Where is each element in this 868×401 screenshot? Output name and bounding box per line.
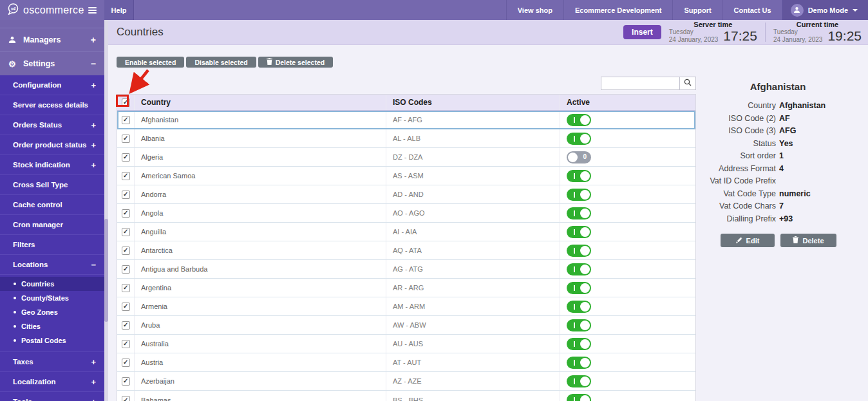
search-icon: [684, 79, 692, 88]
sidebar-item-cross-sell-type[interactable]: Cross Sell Type: [0, 175, 104, 195]
sidebar-item-localization[interactable]: Localization+: [0, 372, 104, 392]
bullet-icon: [14, 325, 16, 328]
sidebar-item-label: Taxes: [13, 358, 33, 366]
active-toggle[interactable]: 0: [567, 151, 591, 163]
active-toggle[interactable]: [567, 338, 591, 350]
row-checkbox[interactable]: [122, 172, 130, 180]
sidebar-item-managers[interactable]: Managers+: [0, 28, 104, 51]
active-toggle[interactable]: [567, 133, 591, 145]
sidebar-item-cache-control[interactable]: Cache control: [0, 195, 104, 215]
sidebar-item-locations[interactable]: Locations−: [0, 255, 104, 275]
table-row-azerbaijan[interactable]: AzerbaijanAZ - AZE: [117, 372, 695, 391]
table-row-australia[interactable]: AustraliaAU - AUS: [117, 335, 695, 353]
sidebar-item-label: Orders Status: [13, 121, 62, 129]
select-all-checkbox[interactable]: [122, 98, 130, 107]
table-row-albania[interactable]: AlbaniaAL - ALB: [117, 129, 695, 148]
row-checkbox[interactable]: [122, 116, 130, 124]
sidebar-item-filters[interactable]: Filters: [0, 235, 104, 255]
sidebar-item-order-product-status[interactable]: Order product status+: [0, 135, 104, 155]
topbar-link-ecommerce-development[interactable]: Ecommerce Development: [563, 0, 673, 20]
delete-button[interactable]: Delete: [780, 234, 836, 247]
active-toggle[interactable]: [567, 357, 591, 369]
delete-selected-button[interactable]: Delete selected: [258, 57, 333, 68]
table-row-andorra[interactable]: AndorraAD - AND: [117, 185, 695, 204]
chevron-down-icon: [853, 9, 858, 12]
toggle-knob: [580, 283, 590, 293]
row-checkbox[interactable]: [122, 247, 130, 255]
topbar-spacer: [134, 0, 506, 20]
iso-codes-cell: AD - AND: [386, 185, 560, 203]
table-row-antigua-and-barbuda[interactable]: Antigua and BarbudaAG - ATG: [117, 260, 695, 279]
sidebar-item-taxes[interactable]: Taxes+: [0, 352, 104, 372]
row-checkbox[interactable]: [122, 284, 130, 292]
table-row-argentina[interactable]: ArgentinaAR - ARG: [117, 279, 695, 297]
sidebar-item-cities[interactable]: Cities: [0, 319, 104, 333]
user-menu[interactable]: Demo Mode: [782, 0, 868, 20]
active-toggle[interactable]: [567, 319, 591, 331]
active-toggle[interactable]: [567, 282, 591, 294]
sidebar-item-geo-zones[interactable]: Geo Zones: [0, 305, 104, 319]
row-checkbox[interactable]: [122, 191, 130, 199]
current-time-label: Current time: [773, 21, 862, 28]
row-checkbox[interactable]: [122, 359, 130, 367]
table-row-american-samoa[interactable]: American SamoaAS - ASM: [117, 167, 695, 185]
topbar-link-contact-us[interactable]: Contact Us: [722, 0, 782, 20]
row-checkbox-cell: [117, 185, 135, 203]
row-checkbox[interactable]: [122, 228, 130, 236]
row-checkbox[interactable]: [122, 209, 130, 218]
sidebar-item-cron-manager[interactable]: Cron manager: [0, 215, 104, 235]
sidebar-item-county-states[interactable]: County/States: [0, 291, 104, 305]
topbar-link-support[interactable]: Support: [672, 0, 722, 20]
table-row-angola[interactable]: AngolaAO - AGO: [117, 204, 695, 223]
active-toggle[interactable]: [567, 301, 591, 313]
active-toggle[interactable]: [567, 375, 591, 387]
active-toggle[interactable]: [567, 207, 591, 219]
enable-selected-button[interactable]: Enable selected: [117, 57, 184, 68]
sidebar-item-stock-indication[interactable]: Stock indication+: [0, 155, 104, 175]
table-row-anguilla[interactable]: AnguillaAI - AIA: [117, 223, 695, 241]
sidebar-item-configuration[interactable]: Configuration+: [0, 75, 104, 95]
active-toggle[interactable]: [567, 245, 591, 257]
sidebar-item-settings[interactable]: ⚙Settings−: [0, 51, 104, 75]
iso-codes-cell: BS - BHS: [386, 391, 560, 401]
row-checkbox[interactable]: [122, 135, 130, 143]
active-toggle[interactable]: [567, 170, 591, 182]
edit-button[interactable]: Edit: [721, 234, 775, 247]
row-checkbox[interactable]: [122, 321, 130, 330]
topbar-link-view-shop[interactable]: View shop: [506, 0, 563, 20]
row-checkbox[interactable]: [122, 265, 130, 274]
country-cell: Aruba: [135, 316, 386, 334]
sidebar-item-postal-codes[interactable]: Postal Codes: [0, 333, 104, 348]
brand[interactable]: v4 oscommerce: [0, 0, 104, 20]
toggle-on-mark: [574, 192, 575, 198]
active-toggle[interactable]: [567, 394, 591, 401]
table-row-bahamas[interactable]: BahamasBS - BHS: [117, 391, 695, 401]
sidebar-item-orders-status[interactable]: Orders Status+: [0, 115, 104, 135]
topbar-link-help[interactable]: Help: [104, 0, 134, 20]
search-button[interactable]: [679, 77, 696, 90]
table-row-antarctica[interactable]: AntarcticaAQ - ATA: [117, 241, 695, 260]
table-row-afghanistan[interactable]: AfghanistanAF - AFG: [117, 111, 695, 129]
menu-toggle-icon[interactable]: [88, 7, 97, 14]
sidebar-item-countries[interactable]: Countries: [0, 277, 104, 291]
active-toggle[interactable]: [567, 226, 591, 238]
table-row-austria[interactable]: AustriaAT - AUT: [117, 353, 695, 372]
search-input[interactable]: [601, 77, 679, 90]
table-row-algeria[interactable]: AlgeriaDZ - DZA0: [117, 148, 695, 167]
sidebar-item-label: Cities: [21, 322, 41, 330]
sidebar-item-server-access-details[interactable]: Server access details: [0, 95, 104, 115]
row-checkbox[interactable]: [122, 396, 130, 401]
active-toggle[interactable]: [567, 263, 591, 275]
row-checkbox[interactable]: [122, 303, 130, 311]
active-toggle[interactable]: [567, 114, 591, 126]
table-row-aruba[interactable]: ArubaAW - ABW: [117, 316, 695, 335]
row-checkbox[interactable]: [122, 377, 130, 386]
disable-selected-button[interactable]: Disable selected: [186, 57, 256, 68]
sidebar-item-tools[interactable]: Tools+: [0, 392, 104, 401]
insert-button[interactable]: Insert: [623, 25, 661, 39]
row-checkbox[interactable]: [122, 340, 130, 348]
row-checkbox[interactable]: [122, 153, 130, 162]
active-toggle[interactable]: [567, 189, 591, 201]
detail-field-iso-code-3: ISO Code (3)AFG: [704, 125, 868, 138]
table-row-armenia[interactable]: ArmeniaAM - ARM: [117, 297, 695, 316]
